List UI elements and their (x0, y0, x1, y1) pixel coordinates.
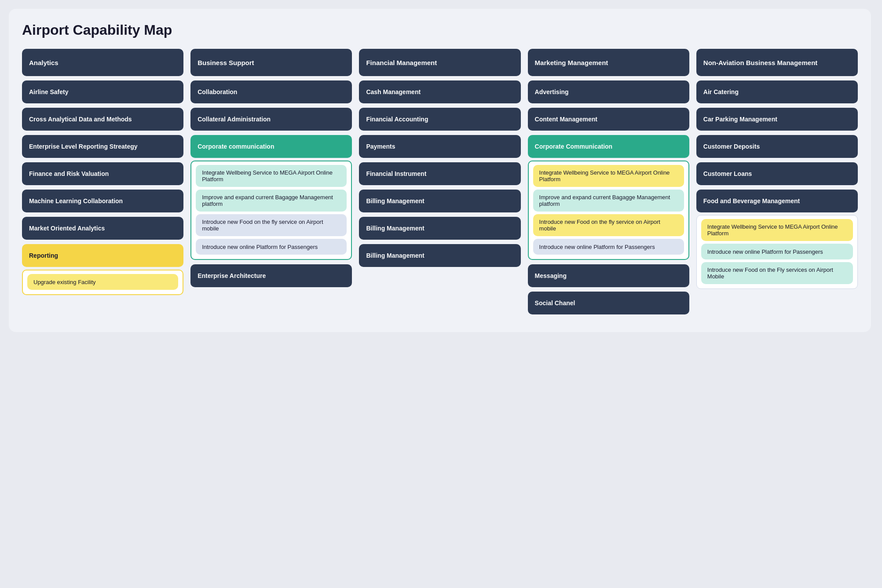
column-header-analytics: Analytics (22, 49, 183, 76)
capability-card[interactable]: Airline Safety (22, 80, 183, 103)
capability-card[interactable]: Air Catering (696, 80, 858, 103)
capability-card[interactable]: Social Chanel (528, 292, 689, 314)
capability-group: Corporate communicationIntegrate Wellbei… (190, 135, 352, 260)
sub-item-card[interactable]: Improve and expand current Bagagge Manag… (196, 190, 347, 212)
sub-item-card[interactable]: Introduce new Food on the fly service on… (533, 214, 684, 236)
sub-items-container: Integrate Wellbeing Service to MEGA Airp… (190, 161, 352, 260)
column-header-financial-management: Financial Management (359, 49, 520, 76)
capability-card[interactable]: Financial Accounting (359, 108, 520, 131)
capability-card[interactable]: Billing Management (359, 217, 520, 240)
group-header-card[interactable]: Reporting (22, 244, 183, 267)
column-non-aviation: Non-Aviation Business ManagementAir Cate… (696, 49, 858, 289)
column-marketing-management: Marketing ManagementAdvertisingContent M… (528, 49, 689, 314)
capability-card[interactable]: Billing Management (359, 244, 520, 267)
columns-wrapper: AnalyticsAirline SafetyCross Analytical … (22, 49, 858, 314)
capability-card[interactable]: Messaging (528, 264, 689, 287)
column-financial-management: Financial ManagementCash ManagementFinan… (359, 49, 520, 267)
capability-card[interactable]: Payments (359, 135, 520, 158)
page-container: Airport Capability Map AnalyticsAirline … (9, 9, 871, 332)
capability-card[interactable]: Cross Analytical Data and Methods (22, 108, 183, 131)
capability-group: Corporate CommunicationIntegrate Wellbei… (528, 135, 689, 260)
column-business-support: Business SupportCollaborationCollateral … (190, 49, 352, 287)
sub-item-card[interactable]: Introduce new online Platform for Passen… (701, 244, 853, 259)
sub-item-card[interactable]: Integrate Wellbeing Service to MEGA Airp… (533, 165, 684, 187)
capability-card[interactable]: Machine Learning Collaboration (22, 190, 183, 212)
capability-card[interactable]: Content Management (528, 108, 689, 131)
column-analytics: AnalyticsAirline SafetyCross Analytical … (22, 49, 183, 295)
capability-card[interactable]: Customer Deposits (696, 135, 858, 158)
capability-card[interactable]: Financial Instrument (359, 162, 520, 185)
capability-group: ReportingUpgrade existing Facility (22, 244, 183, 295)
sub-items-container: Integrate Wellbeing Service to MEGA Airp… (696, 215, 858, 289)
sub-item-card[interactable]: Introduce new online Platform for Passen… (196, 239, 347, 255)
capability-card[interactable]: Advertising (528, 80, 689, 103)
capability-card[interactable]: Market Oriented Analytics (22, 217, 183, 240)
column-header-business-support: Business Support (190, 49, 352, 76)
sub-item-card[interactable]: Integrate Wellbeing Service to MEGA Airp… (196, 165, 347, 187)
capability-card[interactable]: Car Parking Management (696, 108, 858, 131)
capability-card[interactable]: Enterprise Level Reporting Streategy (22, 135, 183, 158)
sub-items-container: Upgrade existing Facility (22, 270, 183, 295)
column-header-non-aviation: Non-Aviation Business Management (696, 49, 858, 76)
sub-item-card[interactable]: Introduce new Food on the Fly services o… (701, 262, 853, 284)
sub-items-container: Integrate Wellbeing Service to MEGA Airp… (528, 161, 689, 260)
capability-card[interactable]: Billing Management (359, 190, 520, 212)
group-header-card[interactable]: Corporate communication (190, 135, 352, 158)
sub-item-card[interactable]: Introduce new online Platform for Passen… (533, 239, 684, 255)
sub-item-card[interactable]: Introduce new Food on the fly service on… (196, 214, 347, 236)
column-header-marketing-management: Marketing Management (528, 49, 689, 76)
capability-card[interactable]: Collateral Administration (190, 108, 352, 131)
group-header-card[interactable]: Food and Beverage Management (696, 190, 858, 212)
sub-item-card[interactable]: Integrate Wellbeing Service to MEGA Airp… (701, 219, 853, 241)
sub-item-card[interactable]: Upgrade existing Facility (27, 274, 178, 290)
capability-card[interactable]: Finance and Risk Valuation (22, 162, 183, 185)
capability-card[interactable]: Enterprise Architecture (190, 264, 352, 287)
capability-card[interactable]: Cash Management (359, 80, 520, 103)
page-title: Airport Capability Map (22, 22, 858, 38)
capability-group: Food and Beverage ManagementIntegrate We… (696, 190, 858, 289)
group-header-card[interactable]: Corporate Communication (528, 135, 689, 158)
capability-card[interactable]: Collaboration (190, 80, 352, 103)
sub-item-card[interactable]: Improve and expand current Bagagge Manag… (533, 190, 684, 212)
capability-card[interactable]: Customer Loans (696, 162, 858, 185)
